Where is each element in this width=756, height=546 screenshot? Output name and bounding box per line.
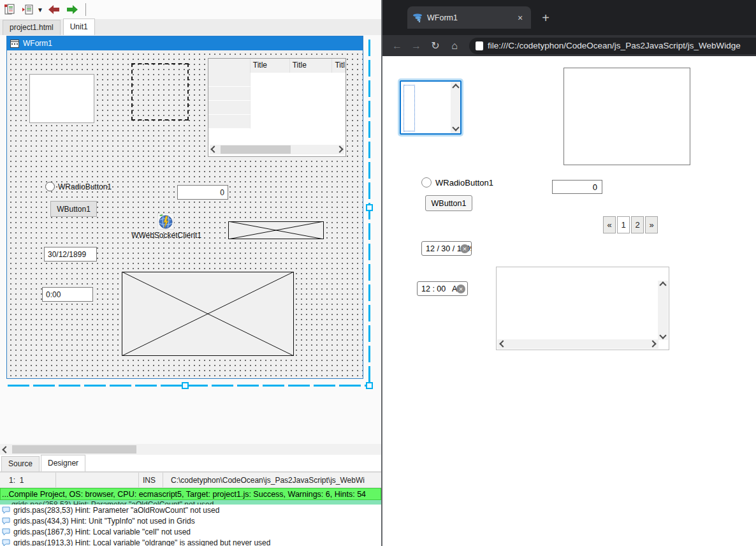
browser-tab[interactable]: WForm1 ×	[407, 6, 531, 29]
grid-hscrollbar[interactable]	[210, 145, 344, 154]
memo-hscrollbar[interactable]	[497, 339, 658, 349]
address-bar[interactable]: file:///C:/codetyphon/CodeOcean/js_Pas2J…	[469, 38, 756, 54]
rendered-radiobutton[interactable]: WRadioButton1	[421, 177, 493, 188]
dashed-selection-box[interactable]	[131, 63, 189, 121]
selection-line-right	[368, 40, 370, 387]
grid-col-header: Title	[290, 59, 333, 73]
wbutton-control[interactable]: WButton1	[50, 201, 97, 217]
rendered-wbutton[interactable]: WButton1	[425, 195, 472, 211]
show-form-icon[interactable]	[3, 3, 17, 17]
listbox-vscrollbar[interactable]	[451, 82, 460, 133]
screen: ▼ project1.html Unit1 WFo	[0, 0, 756, 546]
back-arrow-icon[interactable]	[47, 3, 61, 17]
page-prev-button[interactable]: «	[603, 216, 616, 233]
panel-control[interactable]	[29, 74, 94, 123]
view-tabbar: Source Designer	[0, 455, 381, 472]
nav-forward-icon[interactable]: →	[409, 40, 423, 52]
image-placeholder-small[interactable]	[228, 221, 324, 239]
status-empty-cell	[56, 473, 139, 487]
tab-source[interactable]: Source	[1, 456, 40, 471]
scroll-down-icon[interactable]	[658, 331, 668, 340]
nav-back-icon[interactable]: ←	[390, 40, 404, 52]
form-body-grid[interactable]: Title Title Titl	[7, 50, 363, 378]
message-row[interactable]: grids.pas(434,3) Hint: Unit "TypInfo" no…	[0, 515, 381, 526]
listbox-selection-rect	[403, 85, 415, 131]
toolbar-separator	[85, 3, 86, 16]
messages-list: grids.pas(283,53) Hint: Parameter "aOldR…	[0, 505, 381, 546]
websocket-client-icon[interactable]	[157, 213, 174, 230]
resize-handle-corner[interactable]	[366, 382, 373, 389]
dateedit-control[interactable]: 30/12/1899	[44, 247, 97, 262]
hint-bubble-icon	[2, 517, 10, 525]
grid-header-row: Title Title Titl	[208, 59, 345, 73]
memo-vscrollbar[interactable]	[658, 281, 668, 340]
clear-date-icon[interactable]: ×	[460, 244, 469, 253]
scroll-right-icon[interactable]	[335, 145, 344, 154]
scroll-up-icon[interactable]	[451, 83, 460, 92]
rendered-memo[interactable]	[496, 267, 669, 350]
browser-window: WForm1 × + ← → ↻ ⌂ file:///C:/codetyphon…	[381, 0, 756, 546]
resize-handle-bottom[interactable]	[182, 382, 189, 389]
browser-tab-title: WForm1	[427, 13, 510, 22]
scroll-up-icon[interactable]	[658, 281, 668, 290]
radio-circle-icon[interactable]	[421, 177, 432, 188]
tab-project1-html[interactable]: project1.html	[3, 20, 61, 35]
designer-hscroll-thumb[interactable]	[12, 445, 136, 454]
rendered-dateedit[interactable]: 12 / 30 / 1899 ×	[421, 241, 472, 256]
scroll-left-icon[interactable]	[210, 145, 219, 154]
url-text: file:///C:/codetyphon/CodeOcean/js_Pas2J…	[488, 41, 741, 50]
message-row[interactable]: grids.pas(1867,3) Hint: Local variable "…	[0, 526, 381, 537]
tab-designer[interactable]: Designer	[41, 455, 85, 471]
grid-col-header: Title	[251, 59, 290, 73]
rendered-timeedit[interactable]: 12 : 00 AM ×	[417, 281, 468, 296]
nav-home-icon[interactable]: ⌂	[447, 40, 462, 52]
new-tab-icon[interactable]: +	[538, 10, 553, 26]
message-text: grids.pas(1913,3) Hint: Local variable "…	[13, 538, 270, 546]
dropdown-caret-icon[interactable]: ▼	[37, 6, 43, 13]
websocket-client-label: WWebSocketClient1	[109, 231, 224, 240]
page-1-button[interactable]: 1	[617, 216, 630, 233]
ide-window: ▼ project1.html Unit1 WFo	[0, 0, 381, 546]
grid-row-header	[208, 73, 251, 87]
resize-handle-right[interactable]	[366, 204, 373, 211]
spinedit-control[interactable]: 0	[177, 185, 228, 200]
string-grid[interactable]: Title Title Titl	[208, 58, 346, 157]
radio-circle-icon[interactable]	[45, 182, 55, 191]
page-next-button[interactable]: »	[645, 216, 658, 233]
designer-hscrollbar[interactable]	[0, 444, 381, 455]
scroll-right-icon[interactable]	[648, 339, 657, 348]
grid-row-header	[208, 115, 251, 129]
grid-fixed-corner	[208, 59, 251, 73]
browser-tabstrip: WForm1 × +	[382, 0, 756, 35]
tab-unit1[interactable]: Unit1	[63, 18, 95, 35]
tab-close-icon[interactable]: ×	[514, 12, 526, 24]
form-icon	[10, 40, 19, 48]
nav-reload-icon[interactable]: ↻	[428, 40, 442, 52]
editor-statusbar: 1: 1 INS C:\codetyphon\CodeOcean\js_Pas2…	[0, 472, 381, 488]
radiobutton-control[interactable]: WRadioButton1	[45, 182, 112, 191]
wform-designer[interactable]: WForm1 Title Title Titl	[6, 36, 363, 379]
rendered-listbox[interactable]	[400, 80, 462, 135]
timeedit-control[interactable]: 0:00	[42, 287, 93, 302]
unit-list-icon[interactable]	[20, 3, 34, 17]
message-row[interactable]: grids.pas(283,53) Hint: Parameter "aOldR…	[0, 505, 381, 515]
page-2-button[interactable]: 2	[631, 216, 644, 233]
scroll-left-icon[interactable]	[1, 445, 10, 454]
message-text: grids.pas(434,3) Hint: Unit "TypInfo" no…	[13, 517, 195, 526]
rendered-spinedit[interactable]: 0	[552, 180, 602, 194]
clear-time-icon[interactable]: ×	[456, 284, 465, 293]
tornado-favicon-icon	[412, 13, 423, 23]
hint-bubble-icon	[2, 528, 10, 536]
grid-hscroll-thumb[interactable]	[221, 145, 291, 154]
message-text: grids.pas(1867,3) Hint: Local variable "…	[13, 528, 191, 536]
hint-bubble-icon	[2, 539, 10, 546]
image-placeholder-large[interactable]	[122, 272, 294, 356]
grid-col-header: Titl	[332, 59, 345, 73]
scroll-left-icon[interactable]	[498, 339, 507, 348]
insert-mode: INS	[139, 473, 163, 487]
grid-row-header	[208, 101, 251, 115]
forward-arrow-icon[interactable]	[65, 3, 79, 17]
message-row-clipped[interactable]: grids.pas(258,53) Hint: Parameter "aOldC…	[0, 500, 393, 505]
message-row[interactable]: grids.pas(1913,3) Hint: Local variable "…	[0, 537, 381, 546]
scroll-down-icon[interactable]	[451, 123, 460, 132]
